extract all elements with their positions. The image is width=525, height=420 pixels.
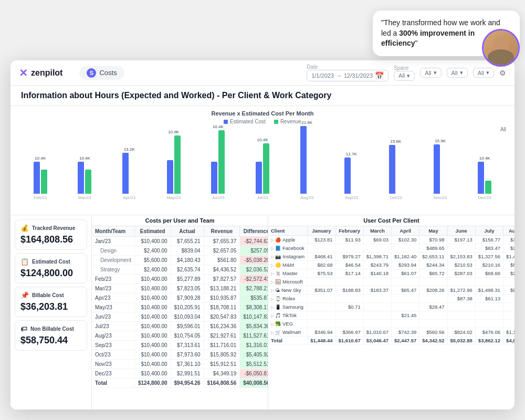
bar-month-label: Jun/23 — [212, 195, 224, 200]
expand-icon[interactable]: ▷ — [271, 305, 274, 310]
kpi-card-tracked-revenue: 💰Tracked Revenue$164,808.56 — [15, 219, 87, 250]
client-icon: 📷 — [275, 254, 281, 259]
table-cell: $10,400.00 — [134, 360, 171, 369]
amount-cell — [392, 303, 419, 311]
amount-cell — [308, 303, 335, 311]
expand-icon[interactable]: ▷ — [271, 280, 274, 285]
amount-cell: $65.72 — [419, 269, 447, 278]
table-cell: $5,600.00 — [134, 256, 171, 265]
space-filter-label: Space — [394, 65, 415, 71]
user-cost-col-header: June — [447, 226, 475, 236]
expand-icon[interactable]: ▷ — [271, 313, 274, 318]
costs-tab[interactable]: S Costs — [79, 66, 124, 80]
table-row: ▷📷Instagram$468.41$979.27$1,398.71$1,182… — [268, 253, 514, 261]
amount-cell: $87.38 — [447, 295, 475, 303]
table-row: ▷🌤New Sky$351.07$188.83$183.37$65.47$208… — [268, 286, 514, 295]
user-cost-panel[interactable]: User Cost Per Client ClientJanuaryFebrua… — [268, 215, 514, 410]
expand-icon[interactable]: ▷ — [271, 238, 274, 243]
bar-month-label: Oct/23 — [390, 195, 402, 200]
client-cell: ▷📱Samsung — [268, 303, 308, 311]
filter2-select[interactable]: All ▾ — [447, 68, 468, 78]
amount-cell: $82.68 — [308, 261, 335, 269]
amount-cell: $231.92 — [503, 269, 514, 278]
filter1-select[interactable]: All ▾ — [420, 68, 441, 78]
filter3-select[interactable]: All ▾ — [473, 68, 494, 78]
bars — [434, 144, 447, 194]
amount-cell — [308, 311, 335, 320]
nav-bar: ✕ zenpilot S Costs Date 1/1/2023 → 12/31… — [10, 60, 514, 86]
amount-cell: $1,010.67 — [363, 328, 391, 337]
table-row: Jan/23$10,400.00$7,655.21$7,655.37-$2,74… — [92, 237, 268, 246]
amount-cell: $46.54 — [335, 261, 363, 269]
table-row: Jul/23$10,400.00$9,596.01$16,234.36$5,83… — [92, 322, 268, 331]
expand-icon[interactable]: ▷ — [271, 288, 274, 293]
bar-top-label: 15.8K — [390, 139, 401, 144]
bar-group: 15.8KOct/23 — [374, 139, 417, 200]
costs-table-panel[interactable]: Costs per User and Team Month/TeamEstima… — [92, 215, 268, 410]
table-cell: Apr/23 — [92, 293, 134, 303]
table-cell: $7,655.21 — [171, 237, 204, 246]
amount-cell: $308.36 — [503, 236, 514, 244]
amount-cell: $69.03 — [363, 236, 391, 244]
revenue-bar — [85, 170, 91, 194]
table-cell: $124,800.00 — [134, 379, 171, 388]
amount-cell: $11.93 — [335, 236, 363, 244]
table-cell: $10,400.00 — [134, 303, 171, 312]
expand-icon[interactable]: ▷ — [271, 255, 274, 259]
table-row: Design$2,400.00$839.04$2,657.05$257.05 — [92, 246, 268, 256]
table-cell: $11,716.01 — [204, 341, 240, 350]
filter-icon[interactable]: ⚙ — [499, 69, 506, 77]
amount-cell: $75.53 — [308, 269, 335, 278]
kpi-value-billable-cost: $36,203.81 — [20, 301, 81, 312]
bar-group: 10.4KFeb/23 — [19, 156, 62, 200]
expand-icon[interactable]: ▷ — [271, 330, 274, 335]
expand-icon[interactable]: ▷ — [271, 322, 274, 327]
amount-cell: $1,118.95 — [503, 328, 514, 337]
table-row: ▷🟡M&M$82.68$46.54$243.79$293.94$244.34$2… — [268, 261, 514, 269]
expand-icon[interactable]: ▷ — [271, 297, 274, 301]
user-cost-col-header: August — [503, 226, 514, 236]
estimated-bar — [256, 162, 262, 194]
costs-col-header: Month/Team — [92, 226, 134, 237]
client-cell: ▷🎵TikTok — [268, 311, 308, 320]
bar-month-label: Aug/23 — [300, 195, 313, 200]
costs-col-header: Actual — [171, 226, 204, 237]
amount-cell — [419, 320, 447, 328]
amount-cell — [503, 320, 514, 328]
amount-cell: $208.26 — [419, 286, 447, 295]
kpi-value-non-billable-cost: $58,750.44 — [20, 335, 81, 346]
amount-cell: $188.83 — [335, 286, 363, 295]
table-row: ▷📱Samsung$0.71$28.47 — [268, 303, 514, 311]
table-cell: Development — [92, 256, 134, 265]
amount-cell — [392, 295, 419, 303]
table-cell: Sep/23 — [92, 341, 134, 350]
table-cell: $10,400.00 — [134, 322, 171, 331]
table-cell: Design — [92, 246, 134, 256]
table-cell: -$6,050.81 — [240, 369, 268, 379]
amount-cell: $156.77 — [475, 236, 503, 244]
kpi-card-estimated-cost: 📋Estimated Cost$124,800.00 — [15, 253, 87, 284]
space-filter-select[interactable]: All ▾ — [394, 71, 415, 81]
estimated-bar — [78, 162, 84, 194]
table-cell: $7,655.37 — [204, 237, 240, 246]
expand-icon[interactable]: ▷ — [271, 271, 274, 276]
table-cell: $10,400.00 — [134, 312, 171, 322]
bar-top-label: 21.9K — [301, 120, 312, 125]
amount-cell: $140.18 — [363, 269, 391, 278]
amount-cell — [475, 278, 503, 286]
amount-cell: $1,398.71 — [363, 253, 391, 261]
table-cell: $7,909.28 — [171, 293, 204, 303]
expand-icon[interactable]: ▷ — [271, 263, 274, 268]
amount-cell: $1,182.40 — [392, 253, 419, 261]
bar-group: 10.4KDec/23 — [463, 156, 506, 200]
bar-group: 13.2KApr/23 — [108, 147, 151, 200]
filter3-value: All — [478, 70, 484, 76]
bar-top-label: 10.4K — [35, 156, 46, 161]
amount-cell — [308, 320, 335, 328]
bar-group: 10.4KJul/23 — [241, 138, 284, 200]
table-cell: $10,205.91 — [171, 303, 204, 312]
date-filter-select[interactable]: 1/1/2023 → 12/31/2023 📅 — [307, 70, 388, 81]
amount-cell: $123.81 — [308, 236, 335, 244]
client-cell: ▷🟡M&M — [268, 261, 308, 269]
expand-icon[interactable]: ▷ — [271, 246, 274, 251]
